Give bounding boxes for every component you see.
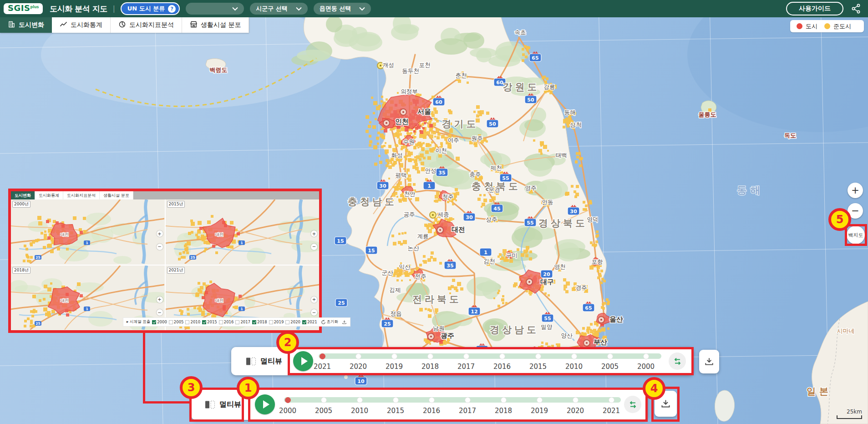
svg-text:인천: 인천 bbox=[395, 117, 409, 126]
checkbox-icon bbox=[285, 320, 289, 324]
svg-text:김천: 김천 bbox=[484, 258, 495, 265]
checkbox-icon bbox=[235, 320, 239, 324]
year-checkbox-2016[interactable]: 2016 bbox=[219, 320, 234, 324]
year-checkbox-2017[interactable]: 2017 bbox=[235, 320, 250, 324]
multiview-button-top[interactable]: 멀티뷰 bbox=[246, 347, 282, 375]
mini-zoom-out-button[interactable]: − bbox=[157, 244, 163, 250]
tab-3[interactable]: 도시화지표분석 bbox=[111, 17, 182, 33]
mini-map-canvas[interactable]: 125대전 bbox=[166, 199, 319, 264]
reset-button[interactable]: 초기화 bbox=[321, 319, 339, 325]
popup-tab-1[interactable]: 도시변화 bbox=[11, 191, 35, 199]
svg-text:경기도: 경기도 bbox=[442, 118, 479, 129]
reset-label: 초기화 bbox=[327, 319, 339, 325]
tab-4[interactable]: 생활시설 분포 bbox=[182, 17, 249, 33]
svg-text:12: 12 bbox=[471, 309, 477, 315]
city-legend-dot bbox=[797, 23, 802, 29]
year-checkbox-2018[interactable]: 2018 bbox=[252, 320, 267, 324]
year-checkbox-2005[interactable]: 2005 bbox=[169, 320, 184, 324]
year-checkbox-2020[interactable]: 2020 bbox=[285, 320, 300, 324]
checkbox-year-label: 2010 bbox=[190, 320, 200, 324]
sigungu-select[interactable]: 시군구 선택 bbox=[250, 3, 308, 15]
svg-text:25: 25 bbox=[384, 321, 391, 327]
svg-text:50: 50 bbox=[489, 121, 496, 127]
svg-text:강릉: 강릉 bbox=[544, 83, 555, 90]
un-button-label: UN 도시 분류 bbox=[127, 5, 165, 13]
checkbox-icon bbox=[302, 320, 306, 324]
svg-text:계룡: 계룡 bbox=[417, 233, 429, 240]
sgis-logo[interactable]: SGISplus bbox=[4, 3, 43, 14]
tab-1[interactable]: 도시변화 bbox=[0, 17, 52, 33]
mini-zoom-out-button[interactable]: − bbox=[311, 244, 317, 250]
year-checkbox-2019[interactable]: 2019 bbox=[269, 320, 284, 324]
sido-select[interactable] bbox=[186, 3, 244, 15]
svg-text:서울: 서울 bbox=[417, 107, 431, 116]
svg-text:충주: 충주 bbox=[470, 171, 481, 178]
popup-download-button[interactable] bbox=[342, 320, 347, 325]
user-guide-button[interactable]: 사용가이드 bbox=[786, 2, 843, 15]
svg-text:시마네: 시마네 bbox=[837, 327, 855, 334]
svg-text:상주: 상주 bbox=[486, 216, 497, 223]
svg-text:35: 35 bbox=[447, 263, 453, 269]
mini-map-1[interactable]: 125대전2000년+− bbox=[11, 199, 165, 265]
mini-city-label: 대전 bbox=[215, 298, 223, 303]
svg-text:25: 25 bbox=[36, 322, 40, 326]
svg-text:1: 1 bbox=[484, 250, 487, 255]
checkbox-icon bbox=[169, 320, 173, 324]
un-classification-button[interactable]: UN 도시 분류 ? bbox=[121, 2, 180, 15]
annotation-circle-5: 5 bbox=[828, 208, 851, 231]
svg-text:정읍: 정읍 bbox=[391, 310, 402, 317]
svg-text:20: 20 bbox=[543, 271, 550, 277]
share-icon[interactable] bbox=[851, 3, 862, 14]
tab-label: 도시변화 bbox=[19, 21, 44, 29]
series-toggle[interactable]: ▸ 시계열 표출 bbox=[127, 319, 150, 325]
checkbox-year-label: 2019 bbox=[274, 320, 284, 324]
svg-text:청주: 청주 bbox=[442, 193, 454, 200]
svg-text:의정부: 의정부 bbox=[401, 88, 418, 95]
mini-map-canvas[interactable]: 125대전 bbox=[11, 199, 164, 264]
year-checkbox-2000[interactable]: 2000 bbox=[152, 320, 167, 324]
mini-map-2[interactable]: 125대전2015년+− bbox=[166, 199, 320, 265]
svg-text:평택: 평택 bbox=[396, 172, 407, 179]
mini-zoom-in-button[interactable]: + bbox=[157, 296, 163, 303]
mini-map-year-badge: 2021년 bbox=[167, 267, 185, 274]
mini-zoom-out-button[interactable]: − bbox=[157, 309, 163, 316]
popup-tab-2[interactable]: 도시화통계 bbox=[35, 191, 63, 199]
svg-text:이천: 이천 bbox=[436, 147, 447, 154]
tab-icon bbox=[8, 20, 15, 30]
svg-text:광주: 광주 bbox=[441, 332, 454, 340]
svg-text:55: 55 bbox=[527, 220, 533, 226]
help-icon[interactable]: ? bbox=[168, 5, 176, 13]
svg-text:수원: 수원 bbox=[403, 138, 415, 145]
mini-zoom-in-button[interactable]: + bbox=[311, 296, 317, 303]
year-checkbox-2010[interactable]: 2010 bbox=[185, 320, 200, 324]
eupmyeondong-select[interactable]: 읍면동 선택 bbox=[314, 3, 371, 15]
popup-tab-4[interactable]: 생활시설 분포 bbox=[100, 191, 133, 199]
checkbox-icon bbox=[152, 320, 156, 324]
year-checkbox-2015[interactable]: 2015 bbox=[202, 320, 217, 324]
svg-text:군산: 군산 bbox=[382, 269, 394, 276]
tab-label: 도시화통계 bbox=[71, 21, 102, 29]
svg-text:일본: 일본 bbox=[807, 386, 832, 397]
svg-text:포천: 포천 bbox=[419, 61, 431, 68]
logo-text: SGIS bbox=[8, 3, 30, 13]
zoom-in-label: + bbox=[851, 185, 859, 196]
svg-text:태백: 태백 bbox=[556, 152, 567, 158]
svg-text:전주: 전주 bbox=[415, 273, 426, 280]
tab-icon bbox=[190, 20, 198, 30]
svg-text:구미: 구미 bbox=[506, 252, 518, 259]
year-checkbox-2021[interactable]: 2021 bbox=[302, 320, 317, 324]
popup-tab-3[interactable]: 도시화지표분석 bbox=[63, 191, 100, 199]
svg-text:문경: 문경 bbox=[489, 186, 500, 193]
mini-zoom-in-button[interactable]: + bbox=[157, 230, 163, 237]
svg-text:충청남도: 충청남도 bbox=[348, 196, 397, 207]
svg-text:15: 15 bbox=[368, 248, 375, 254]
mini-map-year-badge: 2015년 bbox=[167, 201, 185, 208]
svg-text:울산: 울산 bbox=[609, 315, 623, 323]
checkbox-icon bbox=[269, 320, 273, 324]
svg-text:25: 25 bbox=[190, 255, 195, 260]
tab-2[interactable]: 도시화통계 bbox=[52, 17, 111, 33]
logo-sup: plus bbox=[30, 5, 39, 9]
city-legend-label: 도시 bbox=[806, 22, 817, 31]
zoom-in-button[interactable]: + bbox=[848, 183, 863, 198]
download-button-top[interactable] bbox=[699, 350, 719, 373]
